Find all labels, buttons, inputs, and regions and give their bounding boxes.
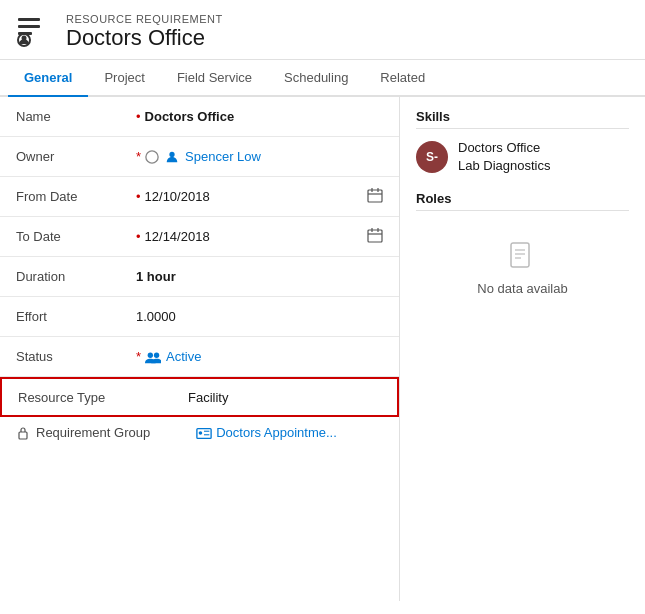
- svg-rect-7: [368, 190, 382, 202]
- tab-general[interactable]: General: [8, 60, 88, 95]
- to-date-label: To Date: [16, 229, 136, 244]
- skills-title: Skills: [416, 109, 629, 129]
- tab-scheduling[interactable]: Scheduling: [268, 60, 364, 95]
- status-link[interactable]: Active: [145, 349, 201, 364]
- to-date-value: 12/14/2018: [145, 227, 383, 246]
- roles-title: Roles: [416, 191, 629, 211]
- effort-value: 1.0000: [136, 309, 383, 324]
- svg-rect-11: [368, 230, 382, 242]
- owner-value: Spencer Low: [145, 149, 383, 164]
- effort-row: Effort 1.0000: [0, 297, 399, 337]
- to-date-row: To Date • 12/14/2018: [0, 217, 399, 257]
- svg-rect-22: [511, 243, 529, 267]
- roles-section: Roles No data availab: [416, 191, 629, 316]
- status-label: Status: [16, 349, 136, 364]
- to-date-required: •: [136, 229, 141, 244]
- name-required: •: [136, 109, 141, 124]
- from-date-value: 12/10/2018: [145, 187, 383, 206]
- skill-item: S- Doctors Office Lab Diagnostics: [416, 139, 629, 175]
- owner-person-icon: [165, 150, 179, 164]
- status-row: Status * Active: [0, 337, 399, 377]
- req-group-row: Requirement Group Doctors Appointme...: [0, 417, 399, 448]
- status-required: *: [136, 349, 141, 364]
- header-title: Doctors Office: [66, 25, 223, 51]
- page-header: RESOURCE REQUIREMENT Doctors Office: [0, 0, 645, 60]
- name-label: Name: [16, 109, 136, 124]
- req-group-img-icon: [196, 426, 212, 440]
- from-date-label: From Date: [16, 189, 136, 204]
- from-date-required: •: [136, 189, 141, 204]
- resource-type-label: Resource Type: [18, 390, 138, 405]
- req-group-link[interactable]: Doctors Appointme...: [196, 425, 337, 440]
- tab-field-service[interactable]: Field Service: [161, 60, 268, 95]
- req-group-label: Requirement Group: [36, 425, 150, 440]
- svg-point-19: [199, 431, 203, 435]
- name-value: Doctors Office: [145, 109, 383, 124]
- no-data-roles: No data availab: [416, 221, 629, 316]
- svg-rect-0: [18, 18, 40, 21]
- owner-row: Owner * Spencer Low: [0, 137, 399, 177]
- svg-point-6: [169, 151, 174, 156]
- effort-label: Effort: [16, 309, 136, 324]
- header-meta: RESOURCE REQUIREMENT Doctors Office: [66, 13, 223, 51]
- svg-rect-1: [18, 25, 40, 28]
- owner-label: Owner: [16, 149, 136, 164]
- svg-point-5: [146, 150, 158, 162]
- status-group-icon: [145, 350, 161, 364]
- svg-point-15: [148, 352, 153, 357]
- duration-value: 1 hour: [136, 269, 383, 284]
- content-area: Name • Doctors Office Owner * Spencer Lo…: [0, 97, 645, 601]
- right-panel: Skills S- Doctors Office Lab Diagnostics…: [400, 97, 645, 601]
- skill-text: Doctors Office Lab Diagnostics: [458, 139, 551, 175]
- skill-avatar: S-: [416, 141, 448, 173]
- tab-bar: General Project Field Service Scheduling…: [0, 60, 645, 97]
- duration-row: Duration 1 hour: [0, 257, 399, 297]
- status-value: Active: [145, 349, 383, 364]
- no-data-text: No data availab: [477, 281, 567, 296]
- svg-point-16: [154, 352, 159, 357]
- header-subtitle: RESOURCE REQUIREMENT: [66, 13, 223, 25]
- owner-required: *: [136, 149, 141, 164]
- duration-label: Duration: [16, 269, 136, 284]
- resource-type-row: Resource Type Facility: [0, 377, 399, 417]
- owner-circle-icon: [145, 150, 159, 164]
- svg-rect-17: [19, 432, 27, 439]
- form-panel: Name • Doctors Office Owner * Spencer Lo…: [0, 97, 400, 601]
- lock-icon: [16, 426, 30, 440]
- from-date-calendar-icon[interactable]: [367, 187, 383, 206]
- owner-link[interactable]: Spencer Low: [185, 149, 261, 164]
- resource-type-value: Facility: [188, 390, 381, 405]
- no-data-icon: [507, 241, 539, 273]
- to-date-calendar-icon[interactable]: [367, 227, 383, 246]
- tab-project[interactable]: Project: [88, 60, 160, 95]
- name-row: Name • Doctors Office: [0, 97, 399, 137]
- from-date-row: From Date • 12/10/2018: [0, 177, 399, 217]
- resource-requirement-icon: [16, 12, 52, 51]
- tab-related[interactable]: Related: [364, 60, 441, 95]
